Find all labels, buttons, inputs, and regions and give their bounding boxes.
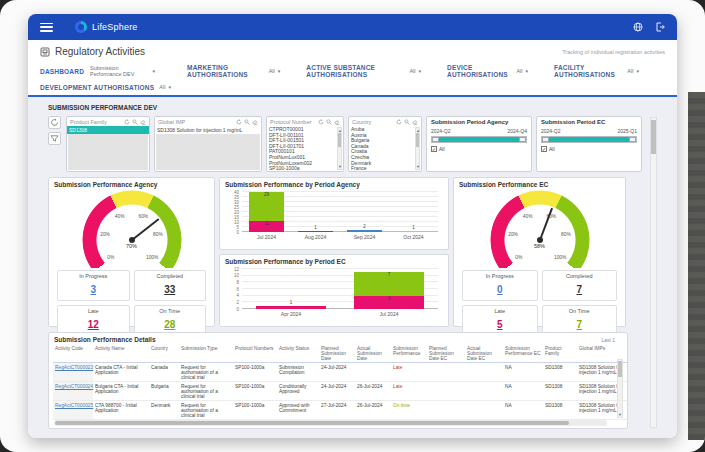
activity-code-link[interactable]: RegActCT000025: [55, 403, 93, 408]
column-header[interactable]: Planned Submission Date: [319, 345, 355, 363]
clear-filter-icon[interactable]: [412, 119, 418, 125]
column-header[interactable]: Actual Submission Date: [355, 345, 391, 363]
search-icon[interactable]: [132, 119, 138, 125]
table-vertical-scrollbar[interactable]: ▼: [617, 359, 623, 418]
stat-label: On Time: [543, 308, 617, 314]
cell-performance_ec: NA: [503, 363, 543, 382]
period-agency-all-checkbox[interactable]: ✓ All: [431, 146, 527, 152]
cell-protocol_numbers: SP100-1000a: [233, 401, 277, 420]
period-ec-all-checkbox[interactable]: ✓ All: [541, 146, 637, 152]
tab-filter-select[interactable]: All▾: [159, 84, 171, 90]
cell-activity_name: CTA 988700 - Initial Application: [93, 401, 149, 420]
list-scrollbar[interactable]: ▲▼: [415, 127, 420, 170]
x-tick-label: Jul 2024: [340, 311, 438, 317]
stat-value-link[interactable]: 7: [576, 319, 582, 330]
refresh-icon[interactable]: [236, 119, 242, 125]
tab-filter-select[interactable]: All▾: [409, 68, 421, 74]
period-ec-slider[interactable]: [541, 136, 637, 143]
stat-value-link[interactable]: 7: [576, 284, 582, 295]
y-tick-label: 30: [222, 200, 239, 205]
tab-device-authorisations[interactable]: DEVICE AUTHORISATIONSAll▾: [447, 64, 528, 78]
tab-facility-authorisations[interactable]: FACILITY AUTHORISATIONSAll▾: [554, 64, 639, 78]
column-header[interactable]: Submission Type: [179, 345, 233, 363]
bar-segment-late: 4: [354, 296, 425, 309]
stat-box-in-progress: In Progress3: [57, 270, 130, 301]
column-header[interactable]: Product Family: [543, 345, 577, 363]
stat-value-link[interactable]: 12: [88, 319, 99, 330]
protocol-number-option[interactable]: SP100-1000a: [269, 166, 335, 171]
tab-marketing-authorisations[interactable]: MARKETING AUTHORISATIONSAll▾: [187, 64, 280, 78]
tab-development-authorisations[interactable]: DEVELOPMENT AUTHORISATIONSAll▾: [40, 84, 171, 91]
search-icon[interactable]: [326, 119, 332, 125]
clear-filter-icon[interactable]: [140, 119, 146, 125]
tab-dashboard[interactable]: DASHBOARD: [40, 68, 84, 75]
slider-handle-right[interactable]: [519, 137, 526, 142]
column-header[interactable]: Activity Status: [277, 345, 319, 363]
gauge-tick-label: 20%: [508, 232, 518, 237]
clear-filter-icon[interactable]: [252, 119, 258, 125]
cell-activity_code: RegActCT000024: [53, 382, 93, 401]
refresh-icon[interactable]: [318, 119, 324, 125]
clear-filter-icon[interactable]: [334, 119, 340, 125]
tab-active-substance-authorisations[interactable]: ACTIVE SUBSTANCE AUTHORISATIONSAll▾: [306, 64, 421, 78]
filter-icon[interactable]: [48, 132, 61, 145]
slider-handle-right[interactable]: [629, 137, 636, 142]
cell-planned_date_ec: [427, 363, 465, 382]
lifesphere-logo-icon: [75, 21, 87, 33]
column-header[interactable]: Planned Submission Date EC: [427, 345, 465, 363]
cell-planned_date: 24-Jul-2024: [319, 363, 355, 382]
column-header[interactable]: Submission Performance: [391, 345, 427, 363]
dashboard-view-select[interactable]: Submission Performance DEV ▾: [90, 65, 155, 77]
list-scrollbar[interactable]: ▲▼: [337, 127, 342, 170]
search-icon[interactable]: [404, 119, 410, 125]
stat-value-link[interactable]: 28: [164, 319, 175, 330]
stat-label: On Time: [135, 308, 206, 314]
product-family-selected-option[interactable]: SD1308: [67, 126, 149, 134]
column-header[interactable]: Country: [149, 345, 179, 363]
y-tick-label: 0: [222, 307, 239, 312]
cell-activity_name: Canada CTA - Initial Application: [93, 363, 149, 382]
refresh-dashboard-button[interactable]: [48, 116, 61, 129]
column-header[interactable]: Actual Submission Date EC: [465, 345, 503, 363]
slider-handle-left[interactable]: [432, 137, 439, 142]
tab-filter-select[interactable]: All▾: [516, 68, 528, 74]
filter-period-ec: Submission Period EC 2024-Q2 2025-Q1 ✓ A…: [536, 116, 642, 172]
filter-label: Submission Period EC: [541, 119, 637, 125]
y-tick-label: 12: [222, 267, 239, 272]
list-area: [68, 134, 148, 170]
stat-value-link[interactable]: 33: [164, 284, 175, 295]
column-header[interactable]: Activity Code: [53, 345, 93, 363]
x-tick-label: Jul 2024: [242, 234, 291, 240]
tab-filter-select[interactable]: All▾: [627, 68, 639, 74]
tab-filter-select[interactable]: All▾: [269, 68, 281, 74]
menu-icon[interactable]: [40, 23, 53, 32]
gauge-tick-label: 40%: [523, 213, 533, 218]
x-tick-label: Oct 2024: [389, 234, 438, 240]
column-header[interactable]: Protocol Numbers: [233, 345, 277, 363]
stat-value-link[interactable]: 3: [90, 284, 96, 295]
period-agency-slider[interactable]: [431, 136, 527, 143]
app-icon: [40, 47, 50, 57]
global-imp-selected-option[interactable]: SD1308 Solution for injection 1 mg/mL: [155, 126, 261, 134]
page-scrollbar-thumb[interactable]: [651, 120, 656, 154]
gauge-tick-label: 100%: [554, 255, 566, 260]
slider-handle-left[interactable]: [542, 137, 549, 142]
stat-value-link[interactable]: 0: [497, 284, 503, 295]
search-icon[interactable]: [244, 119, 250, 125]
table-horizontal-scrollbar[interactable]: [54, 420, 607, 426]
activity-code-link[interactable]: RegActCT000024: [55, 384, 93, 389]
chart-title: Submission Performance Agency: [49, 178, 214, 188]
gauge-tick-label: 80%: [153, 232, 163, 237]
cell-planned_date: 24-Jul-2024: [319, 382, 355, 401]
globe-icon[interactable]: [633, 22, 643, 32]
cell-planned_date_ec: [427, 401, 465, 420]
column-header[interactable]: Submission Performance EC: [503, 345, 543, 363]
logout-icon[interactable]: [655, 22, 665, 32]
refresh-icon[interactable]: [396, 119, 402, 125]
activity-code-link[interactable]: RegActCT000023: [55, 365, 93, 370]
table-row: RegActCT000024Bulgaria CTA - Initial App…: [53, 382, 628, 401]
column-header[interactable]: Activity Name: [93, 345, 149, 363]
page-scrollbar[interactable]: [650, 117, 657, 428]
refresh-icon[interactable]: [124, 119, 130, 125]
stat-value-link[interactable]: 5: [497, 319, 503, 330]
